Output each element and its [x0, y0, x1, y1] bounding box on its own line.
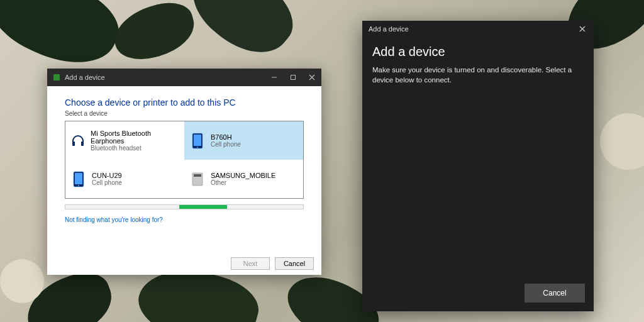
svg-rect-11 — [75, 173, 82, 184]
minimize-button[interactable] — [265, 69, 284, 86]
dialog-heading: Choose a device or printer to add to thi… — [65, 97, 304, 108]
headset-icon — [70, 133, 86, 149]
maximize-button[interactable] — [284, 69, 303, 86]
svg-point-9 — [197, 147, 198, 148]
titlebar[interactable]: Add a device — [362, 21, 594, 37]
device-name: Mi Sports Bluetooth Earphones — [91, 130, 179, 145]
add-device-classic-dialog: Add a device Choose a device or printer … — [47, 69, 321, 275]
titlebar[interactable]: Add a device — [47, 69, 321, 86]
close-button[interactable] — [303, 69, 321, 86]
phone-icon — [70, 171, 87, 187]
device-type: Cell phone — [211, 141, 241, 148]
device-item-b760h[interactable]: B760H Cell phone — [184, 121, 303, 160]
device-list: Mi Sports Bluetooth Earphones Bluetooth … — [65, 121, 304, 199]
pc-icon — [189, 171, 206, 187]
device-type: Cell phone — [92, 179, 122, 186]
svg-rect-8 — [194, 135, 201, 146]
svg-rect-0 — [53, 74, 60, 80]
device-type: Bluetooth headset — [91, 145, 179, 152]
dialog-heading: Add a device — [372, 45, 584, 59]
scan-progress — [65, 204, 304, 210]
bg-flower — [600, 113, 644, 170]
titlebar-title: Add a device — [369, 25, 409, 33]
svg-rect-14 — [194, 174, 201, 177]
bg-flower — [0, 259, 44, 303]
svg-rect-6 — [81, 142, 84, 146]
device-name: B760H — [211, 133, 241, 141]
add-device-modern-dialog: Add a device Add a device Make sure your… — [362, 21, 594, 311]
dialog-description: Make sure your device is turned on and d… — [372, 65, 584, 85]
svg-rect-2 — [291, 75, 296, 80]
device-name: CUN-U29 — [92, 172, 122, 179]
svg-point-12 — [78, 185, 79, 186]
close-button[interactable] — [571, 21, 594, 37]
device-item-samsung-mobile[interactable]: SAMSUNG_MOBILE Other — [184, 160, 303, 198]
cancel-button[interactable]: Cancel — [525, 284, 585, 303]
phone-icon — [189, 133, 206, 149]
bg-leaf — [179, 0, 306, 70]
next-button[interactable]: Next — [231, 257, 270, 270]
device-name: SAMSUNG_MOBILE — [211, 172, 275, 179]
dialog-subtext: Select a device — [65, 110, 304, 117]
device-type: Other — [211, 179, 275, 186]
help-link[interactable]: Not finding what you're looking for? — [65, 216, 163, 223]
device-item-earphones[interactable]: Mi Sports Bluetooth Earphones Bluetooth … — [65, 121, 184, 160]
svg-rect-5 — [72, 142, 75, 146]
cancel-button[interactable]: Cancel — [275, 257, 314, 270]
titlebar-title: Add a device — [65, 74, 105, 81]
device-item-cun-u29[interactable]: CUN-U29 Cell phone — [65, 160, 184, 198]
titlebar-icon — [51, 74, 62, 81]
bg-leaf — [108, 0, 200, 66]
